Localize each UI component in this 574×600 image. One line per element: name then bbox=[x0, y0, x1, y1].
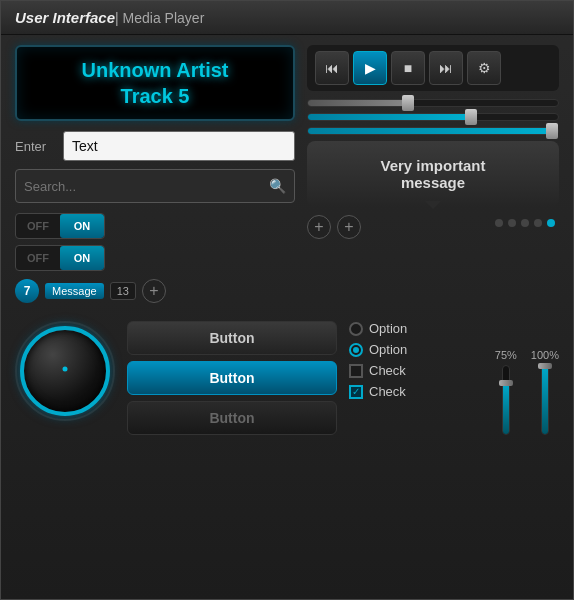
slider-1-container bbox=[307, 99, 559, 107]
vert-slider-2-label: 100% bbox=[531, 349, 559, 361]
toggle-row-1: OFF ON bbox=[15, 213, 295, 239]
slider-2-track[interactable] bbox=[307, 113, 559, 121]
add-button-3[interactable]: + bbox=[337, 215, 361, 239]
radio-2-active[interactable] bbox=[349, 343, 363, 357]
knob-outer bbox=[15, 321, 115, 421]
vertical-sliders: 75% 100% bbox=[495, 321, 559, 435]
search-bar: 🔍 bbox=[15, 169, 295, 203]
slider-2-container bbox=[307, 113, 559, 121]
add-button-2[interactable]: + bbox=[307, 215, 331, 239]
toggle-1[interactable]: OFF ON bbox=[15, 213, 105, 239]
right-panel: ⏮ ▶ ■ ⏭ ⚙ bbox=[307, 45, 559, 311]
media-controls: ⏮ ▶ ■ ⏭ ⚙ bbox=[307, 45, 559, 91]
button-2[interactable]: Button bbox=[127, 361, 337, 395]
text-input[interactable] bbox=[63, 131, 295, 161]
slider-2-thumb[interactable] bbox=[465, 109, 477, 125]
toggle-row-2: OFF ON bbox=[15, 245, 295, 271]
slider-1-thumb[interactable] bbox=[402, 95, 414, 111]
enter-text-row: Enter bbox=[15, 131, 295, 161]
stop-button[interactable]: ■ bbox=[391, 51, 425, 85]
check-row-1: Check bbox=[349, 363, 487, 378]
message-line-2: message bbox=[319, 174, 547, 191]
next-button[interactable]: ⏭ bbox=[429, 51, 463, 85]
slider-3-fill bbox=[308, 128, 558, 134]
vert-slider-2-track[interactable] bbox=[541, 365, 549, 435]
bottom-section: Button Button Button Option Option Check bbox=[1, 321, 573, 435]
vert-slider-2-wrap: 100% bbox=[531, 349, 559, 435]
badge-number: 7 bbox=[15, 279, 39, 303]
badge-row: 7 Message 13 + bbox=[15, 279, 295, 303]
dot-indicator-row bbox=[495, 219, 559, 227]
track-display: Unknown Artist Track 5 bbox=[15, 45, 295, 121]
app-subtitle: | Media Player bbox=[115, 10, 204, 26]
app-container: User Interface | Media Player Unknown Ar… bbox=[0, 0, 574, 600]
check-row-2: Check bbox=[349, 384, 487, 399]
radio-1[interactable] bbox=[349, 322, 363, 336]
left-panel: Unknown Artist Track 5 Enter 🔍 OFF ON bbox=[15, 45, 295, 311]
dot-2 bbox=[508, 219, 516, 227]
slider-1-track[interactable] bbox=[307, 99, 559, 107]
dot-1 bbox=[495, 219, 503, 227]
option-row-1: Option bbox=[349, 321, 487, 336]
slider-1-fill bbox=[308, 100, 408, 106]
enter-label: Enter bbox=[15, 139, 55, 154]
vert-slider-1-thumb[interactable] bbox=[499, 380, 513, 386]
toggle-2[interactable]: OFF ON bbox=[15, 245, 105, 271]
header: User Interface | Media Player bbox=[1, 1, 573, 35]
volume-knob[interactable] bbox=[20, 326, 110, 416]
message-box: Very important message bbox=[307, 141, 559, 207]
vert-slider-2-fill bbox=[542, 366, 548, 434]
track-artist: Unknown Artist bbox=[27, 57, 283, 83]
toggle-on-1: ON bbox=[60, 214, 104, 238]
checkbox-2-active[interactable] bbox=[349, 385, 363, 399]
settings-button[interactable]: ⚙ bbox=[467, 51, 501, 85]
search-icon[interactable]: 🔍 bbox=[269, 178, 286, 194]
app-title: User Interface bbox=[15, 9, 115, 26]
check-label-1: Check bbox=[369, 363, 406, 378]
vert-slider-1-label: 75% bbox=[495, 349, 517, 361]
slider-2-fill bbox=[308, 114, 471, 120]
slider-3-thumb[interactable] bbox=[546, 123, 558, 139]
slider-3-container bbox=[307, 127, 559, 135]
toggle-off-label-2: OFF bbox=[16, 252, 60, 264]
vert-slider-1-wrap: 75% bbox=[495, 349, 517, 435]
search-input[interactable] bbox=[24, 179, 265, 194]
option-row-2: Option bbox=[349, 342, 487, 357]
dot-4 bbox=[534, 219, 542, 227]
button-3[interactable]: Button bbox=[127, 401, 337, 435]
add-button-1[interactable]: + bbox=[142, 279, 166, 303]
toggle-on-2: ON bbox=[60, 246, 104, 270]
checkbox-1[interactable] bbox=[349, 364, 363, 378]
buttons-column: Button Button Button bbox=[127, 321, 337, 435]
button-1[interactable]: Button bbox=[127, 321, 337, 355]
toggle-off-label-1: OFF bbox=[16, 220, 60, 232]
vert-slider-1-track[interactable] bbox=[502, 365, 510, 435]
option-label-1: Option bbox=[369, 321, 407, 336]
option-label-2: Option bbox=[369, 342, 407, 357]
badge-count: 13 bbox=[110, 282, 136, 300]
main-content: Unknown Artist Track 5 Enter 🔍 OFF ON bbox=[1, 35, 573, 321]
slider-3-track[interactable] bbox=[307, 127, 559, 135]
track-name: Track 5 bbox=[27, 83, 283, 109]
badge-message: Message bbox=[45, 283, 104, 299]
dot-3 bbox=[521, 219, 529, 227]
options-column: Option Option Check Check bbox=[349, 321, 487, 435]
play-button[interactable]: ▶ bbox=[353, 51, 387, 85]
prev-button[interactable]: ⏮ bbox=[315, 51, 349, 85]
vert-slider-1-fill bbox=[503, 383, 509, 434]
vert-slider-2-thumb[interactable] bbox=[538, 363, 552, 369]
message-line-1: Very important bbox=[319, 157, 547, 174]
check-label-2: Check bbox=[369, 384, 406, 399]
dot-5-active bbox=[547, 219, 555, 227]
